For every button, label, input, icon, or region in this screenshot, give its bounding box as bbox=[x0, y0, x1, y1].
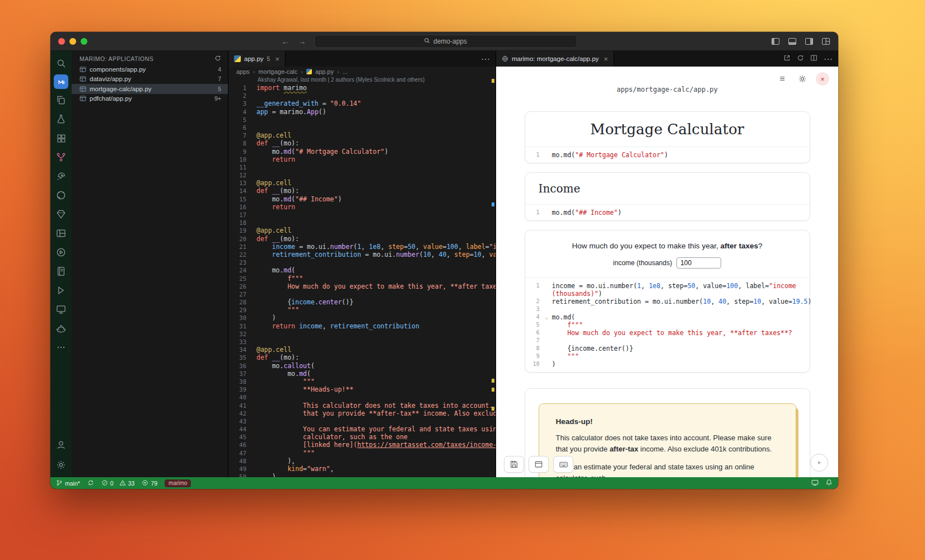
fold-spacer bbox=[545, 290, 552, 298]
code-line: 21 income = mo.ui.number(1, 1e8, step=50… bbox=[228, 243, 496, 251]
code-line: 45 calculator, such as the one bbox=[228, 433, 496, 441]
sidebar-title: MARIMO: APPLICATIONS bbox=[80, 55, 153, 62]
tab-label: marimo: mortgage-calc/app.py bbox=[512, 55, 599, 62]
app-file-path: apps/mortgage-calc/app.py bbox=[496, 86, 838, 93]
run-debug-icon[interactable] bbox=[53, 283, 69, 298]
code-line: 5 f""" bbox=[531, 321, 804, 329]
test-flask-icon[interactable] bbox=[53, 111, 69, 127]
code-line: 26 How much do you expect to make this y… bbox=[228, 283, 496, 290]
cell-code[interactable]: 1mo.md("# Mortgage Calculator") bbox=[525, 147, 810, 163]
breadcrumb-item[interactable]: mortgage-calc bbox=[259, 68, 298, 75]
errors-icon bbox=[101, 479, 108, 487]
rocket-icon[interactable] bbox=[53, 168, 69, 184]
panel-button[interactable] bbox=[529, 456, 549, 473]
breadcrumb-item[interactable]: apps bbox=[236, 68, 250, 75]
cell-income-question: How much do you expect to make this year… bbox=[525, 230, 810, 373]
toggle-sidebar-icon[interactable] bbox=[771, 37, 780, 46]
keyboard-shortcuts-button[interactable] bbox=[553, 456, 573, 473]
editor-layout-icon[interactable] bbox=[821, 37, 830, 46]
code-line: 49 kind="warn", bbox=[228, 465, 496, 473]
split-editor-icon[interactable] bbox=[810, 54, 817, 64]
run-circle-icon[interactable] bbox=[53, 244, 69, 260]
close-window-button[interactable] bbox=[58, 38, 65, 45]
layout-view-icon[interactable] bbox=[53, 225, 69, 241]
sidebar-item-mortgage-calc-app-py[interactable]: mortgage-calc/app.py5 bbox=[72, 84, 228, 94]
income-input-label: income (thousands) bbox=[613, 259, 672, 267]
count-item[interactable]: 79 bbox=[142, 479, 157, 487]
account-icon[interactable] bbox=[53, 437, 69, 453]
toggle-panel-icon[interactable] bbox=[788, 37, 797, 46]
sidebar-item-badge: 7 bbox=[218, 76, 221, 82]
toggle-secondary-sidebar-icon[interactable] bbox=[805, 37, 814, 46]
python-icon bbox=[234, 55, 241, 62]
reload-icon[interactable] bbox=[797, 54, 804, 64]
open-external-icon[interactable] bbox=[783, 54, 791, 64]
overview-ruler-mark bbox=[492, 379, 494, 383]
minimize-window-button[interactable] bbox=[69, 38, 76, 45]
settings-gear-icon[interactable] bbox=[53, 457, 69, 473]
codelens-blame[interactable]: Akshay Agrawal, last month | 2 authors (… bbox=[228, 77, 496, 84]
sync-item[interactable] bbox=[87, 479, 94, 487]
nav-back-icon[interactable]: ← bbox=[282, 37, 289, 46]
git-branch-item[interactable]: main* bbox=[56, 479, 80, 487]
app-settings-gear-icon[interactable] bbox=[796, 72, 809, 86]
more-views-icon[interactable] bbox=[53, 340, 69, 355]
notifications-bell-icon[interactable] bbox=[825, 479, 833, 487]
breadcrumb-item[interactable]: ... bbox=[343, 68, 348, 75]
close-tab-icon[interactable]: × bbox=[604, 55, 608, 63]
more-actions-icon[interactable]: ⋯ bbox=[481, 54, 490, 64]
code-line: 14def __(mo): bbox=[228, 187, 496, 195]
search-view-icon[interactable] bbox=[53, 55, 69, 71]
cell-code[interactable]: 1mo.md("## Income") bbox=[525, 204, 810, 220]
more-actions-icon[interactable]: ⋯ bbox=[824, 54, 833, 64]
command-center-search[interactable]: demo-apps bbox=[314, 35, 577, 48]
code-line: 3 bbox=[531, 305, 804, 313]
breadcrumb-item[interactable]: app.py bbox=[315, 68, 334, 75]
fold-spacer bbox=[545, 321, 552, 329]
nav-forward-icon[interactable]: → bbox=[298, 37, 306, 46]
explorer-copy-icon[interactable] bbox=[53, 92, 69, 108]
sidebar-item-pdfchat-app-py[interactable]: pdfchat/app.py9+ bbox=[72, 94, 228, 104]
tab-marimo-preview[interactable]: marimo: mortgage-calc/app.py × bbox=[496, 51, 614, 67]
sidebar-item-dataviz-app-py[interactable]: dataviz/app.py7 bbox=[72, 74, 228, 84]
income-input[interactable] bbox=[676, 257, 721, 269]
sidebar-item-components-app-py[interactable]: components/app.py4 bbox=[72, 64, 228, 74]
sidebar-item-label: components/app.py bbox=[90, 66, 146, 73]
extensions-icon[interactable] bbox=[53, 130, 69, 146]
save-button[interactable] bbox=[504, 456, 524, 473]
code-line: 11 bbox=[228, 163, 496, 171]
cell-code[interactable]: 1income = mo.ui.number(1, 1e8, step=50, … bbox=[525, 277, 810, 372]
shutdown-close-icon[interactable]: × bbox=[816, 72, 829, 86]
run-app-button[interactable] bbox=[810, 454, 828, 472]
marimo-extension-icon[interactable] bbox=[54, 74, 68, 89]
zoom-window-button[interactable] bbox=[81, 38, 87, 45]
search-text: demo-apps bbox=[433, 37, 467, 45]
code-line: 1mo.md("## Income") bbox=[531, 209, 804, 217]
app-file-icon bbox=[80, 66, 86, 73]
docker-icon[interactable] bbox=[53, 321, 69, 336]
github-icon[interactable] bbox=[53, 187, 69, 203]
menu-icon[interactable]: ≡ bbox=[775, 72, 789, 86]
close-tab-icon[interactable]: × bbox=[275, 55, 279, 63]
refresh-icon[interactable] bbox=[214, 55, 221, 63]
sidebar-item-badge: 5 bbox=[218, 86, 221, 92]
editor-lines: 1import marimo23__generated_with = "0.0.… bbox=[228, 84, 496, 477]
screencast-icon[interactable] bbox=[811, 479, 819, 487]
code-line: 24 mo.md( bbox=[228, 266, 496, 274]
marimo-status-badge[interactable]: marimo bbox=[165, 479, 191, 487]
code-line: 38 """ bbox=[228, 378, 496, 385]
code-editor[interactable]: Akshay Agrawal, last month | 2 authors (… bbox=[228, 77, 496, 477]
vscode-window: ← → demo-apps bbox=[50, 32, 838, 489]
problems-item[interactable]: 0 33 bbox=[101, 479, 135, 487]
tab-app-py[interactable]: app.py 5 × bbox=[228, 51, 286, 67]
gem-icon[interactable] bbox=[53, 206, 69, 222]
git-graph-icon[interactable] bbox=[53, 149, 69, 165]
remote-screen-icon[interactable] bbox=[53, 302, 69, 317]
fold-chevron-icon[interactable]: ⌄ bbox=[545, 313, 552, 321]
breadcrumb-separator: › bbox=[337, 68, 339, 75]
code-line: 50 ) bbox=[228, 473, 496, 477]
code-line: 46 [linked here](https://smartasset.com/… bbox=[228, 441, 496, 449]
notebook-icon[interactable] bbox=[53, 263, 69, 279]
code-line: 47 """ bbox=[228, 449, 496, 457]
code-line: 1mo.md("# Mortgage Calculator") bbox=[531, 151, 804, 159]
